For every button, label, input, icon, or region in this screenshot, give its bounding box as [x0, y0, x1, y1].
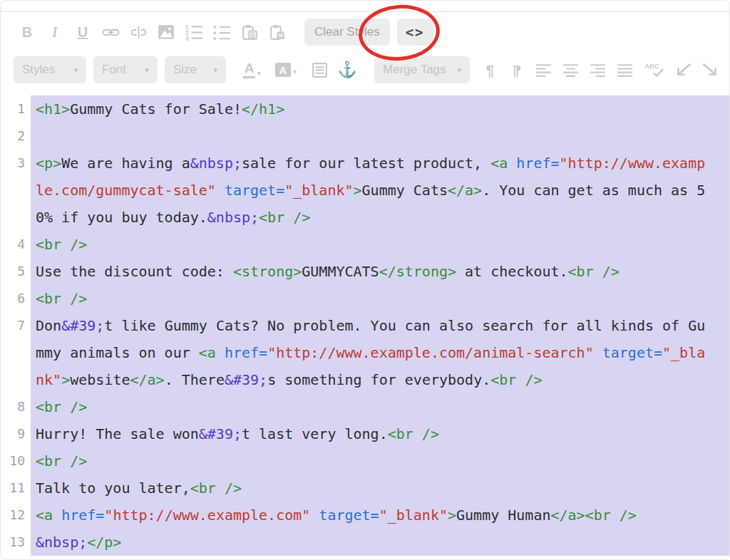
code-line[interactable]: <br />	[31, 231, 729, 258]
paragraph-ltr-icon: ¶	[485, 63, 494, 78]
line-number: 1	[1, 95, 31, 123]
chevron-down-icon: ▾	[73, 66, 78, 75]
italic-icon: I	[52, 25, 58, 39]
background-color-icon: A	[275, 63, 291, 77]
source-code-button[interactable]: <>	[397, 19, 433, 46]
code-line[interactable]: <h1>Gummy Cats for Sale!</h1>	[31, 95, 729, 123]
chevron-down-icon: ▾	[293, 68, 297, 76]
paste-button[interactable]	[240, 23, 259, 41]
bold-button[interactable]: B	[18, 23, 36, 41]
italic-button[interactable]: I	[46, 23, 64, 41]
blockquote-icon	[311, 61, 329, 79]
line-number: 5	[1, 258, 31, 285]
line-number: 6	[1, 285, 31, 312]
paragraph-rtl-icon: ¶	[513, 63, 521, 78]
undo-icon	[674, 61, 692, 79]
code-row: 7Don&#39;t like Gummy Cats? No problem. …	[1, 312, 729, 393]
code-row: 6<br />	[1, 285, 729, 312]
blockquote-button[interactable]	[311, 61, 329, 79]
font-dropdown-label: Font	[102, 63, 126, 77]
line-number: 8	[1, 393, 31, 420]
chevron-down-icon: ▾	[145, 66, 149, 75]
line-number: 12	[1, 502, 31, 529]
line-number: 7	[1, 312, 31, 393]
code-line[interactable]: <br />	[31, 285, 729, 312]
align-right-icon	[589, 61, 607, 79]
styles-dropdown-label: Styles	[22, 63, 55, 77]
code-line[interactable]: <br />	[31, 393, 729, 420]
link-button[interactable]	[101, 23, 120, 41]
align-center-button[interactable]	[562, 61, 580, 79]
size-dropdown-label: Size	[173, 63, 197, 77]
align-center-icon	[562, 61, 580, 79]
image-button[interactable]	[157, 23, 175, 41]
unlink-icon	[130, 24, 148, 41]
chevron-down-icon: ▾	[213, 66, 217, 75]
paste-from-word-icon: W	[269, 24, 287, 41]
code-lines: 1<h1>Gummy Cats for Sale!</h1>23<p>We ar…	[1, 95, 729, 556]
align-left-button[interactable]	[535, 61, 552, 79]
redo-button[interactable]	[701, 61, 720, 79]
chevron-down-icon: ▾	[257, 69, 261, 77]
code-row: 11Talk to you later,<br />	[1, 475, 729, 502]
undo-button[interactable]	[674, 61, 692, 79]
clear-styles-button[interactable]: Clear Styles	[304, 19, 390, 46]
spellcheck-button[interactable]: ABC	[643, 61, 664, 79]
code-row: 12<a href="http://www.example.com" targe…	[1, 502, 729, 529]
toolbar-row-2: Styles ▾ Font ▾ Size ▾ A ▾ A ▾	[1, 52, 729, 88]
code-row: 8<br />	[1, 393, 729, 420]
size-dropdown[interactable]: Size ▾	[165, 56, 226, 83]
background-color-button[interactable]: A ▾	[275, 63, 297, 77]
code-row: 13&nbsp;</p>	[1, 529, 729, 556]
code-line[interactable]	[31, 123, 729, 150]
font-dropdown[interactable]: Font ▾	[93, 56, 158, 83]
paragraph-ltr-button[interactable]: ¶	[481, 61, 498, 79]
underline-button[interactable]: U	[73, 23, 92, 41]
merge-tags-dropdown[interactable]: Merge Tags ▾	[374, 56, 470, 83]
styles-dropdown[interactable]: Styles ▾	[14, 56, 86, 83]
unlink-button[interactable]	[129, 23, 148, 41]
code-line[interactable]: <a href="http://www.example.com" target=…	[31, 502, 729, 529]
font-color-icon: A	[243, 61, 255, 78]
paste-from-word-button[interactable]: W	[268, 23, 287, 41]
spellcheck-icon: ABC	[643, 61, 664, 79]
code-row: 1<h1>Gummy Cats for Sale!</h1>	[1, 95, 729, 123]
ordered-list-icon: 1 2 3	[185, 23, 203, 41]
code-line[interactable]: &nbsp;</p>	[31, 529, 729, 556]
code-line[interactable]: <p>We are having a&nbsp;sale for our lat…	[31, 150, 729, 231]
code-line[interactable]: Talk to you later,<br />	[31, 475, 729, 502]
underline-icon: U	[78, 25, 88, 39]
code-line[interactable]: <br />	[31, 447, 729, 475]
link-icon	[102, 24, 120, 41]
line-number: 2	[1, 123, 31, 150]
anchor-button[interactable]: ⚓	[338, 61, 356, 79]
paste-icon	[241, 24, 259, 41]
toolbar-row-1: B I U 1	[1, 12, 729, 52]
code-row: 3<p>We are having a&nbsp;sale for our la…	[1, 150, 729, 231]
code-row: 9Hurry! The sale won&#39;t last very lon…	[1, 420, 729, 447]
code-line[interactable]: Hurry! The sale won&#39;t last very long…	[31, 420, 729, 447]
line-number: 11	[1, 475, 31, 502]
code-line[interactable]: Use the discount code: <strong>GUMMYCATS…	[31, 258, 729, 285]
redo-icon	[701, 61, 720, 79]
align-right-button[interactable]	[589, 61, 607, 79]
line-number: 3	[1, 150, 31, 231]
line-number: 10	[1, 447, 31, 475]
align-left-icon	[535, 61, 552, 79]
ordered-list-button[interactable]: 1 2 3	[185, 23, 203, 41]
source-code-view[interactable]: 1<h1>Gummy Cats for Sale!</h1>23<p>We ar…	[1, 89, 729, 559]
line-number: 13	[1, 529, 31, 556]
code-row: 5Use the discount code: <strong>GUMMYCAT…	[1, 258, 729, 285]
code-row: 4<br />	[1, 231, 729, 258]
bullet-list-button[interactable]	[212, 23, 231, 41]
anchor-icon: ⚓	[337, 62, 356, 78]
align-justify-button[interactable]	[616, 61, 634, 79]
svg-text:3: 3	[185, 35, 189, 41]
bold-icon: B	[22, 25, 32, 39]
svg-text:ABC: ABC	[644, 62, 659, 70]
code-line[interactable]: Don&#39;t like Gummy Cats? No problem. Y…	[31, 312, 729, 393]
paragraph-rtl-button[interactable]: ¶	[508, 61, 525, 79]
font-color-button[interactable]: A ▾	[243, 61, 261, 78]
image-icon	[157, 23, 175, 41]
rich-text-editor: B I U 1	[0, 0, 730, 560]
